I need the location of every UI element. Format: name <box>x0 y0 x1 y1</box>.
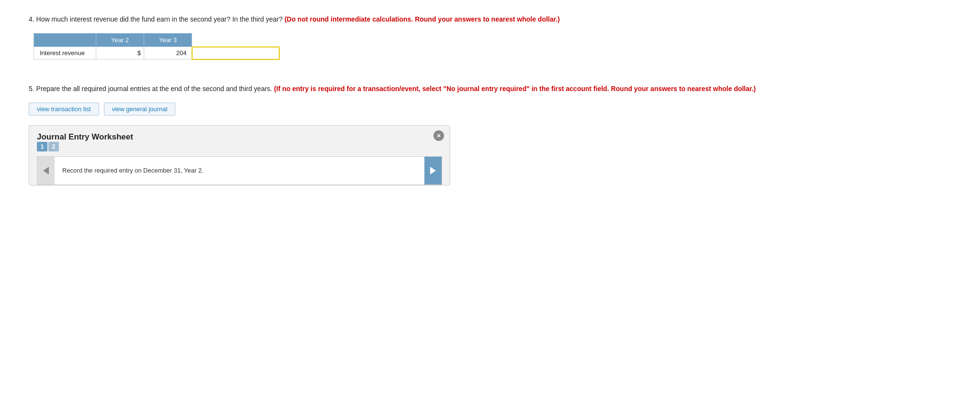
action-buttons-row: view transaction list view general journ… <box>29 103 951 116</box>
prev-nav-button[interactable] <box>37 157 55 185</box>
entry-row: Record the required entry on December 31… <box>37 156 442 185</box>
table-header-year2: Year 2 <box>96 34 144 47</box>
prev-arrow-icon <box>43 167 49 174</box>
interest-revenue-label: Interest revenue <box>34 47 96 59</box>
view-transaction-list-button[interactable]: view transaction list <box>29 103 99 116</box>
year3-input-cell[interactable] <box>192 47 279 59</box>
question-5-text: 5. Prepare the all required journal entr… <box>29 84 951 94</box>
year2-value-cell: 204 <box>144 47 192 59</box>
table-header-empty <box>34 34 96 47</box>
worksheet-title: Journal Entry Worksheet <box>37 132 133 141</box>
tab-1[interactable]: 1 <box>37 142 47 151</box>
question-5-body: Prepare the all required journal entries… <box>36 85 273 93</box>
question-4-number: 4. <box>29 15 34 23</box>
tab-2[interactable]: 2 <box>48 142 59 151</box>
next-arrow-icon <box>430 167 436 174</box>
tab-row: 1 2 <box>37 142 442 151</box>
question-5-warning: (If no entry is required for a transacti… <box>274 85 756 93</box>
table-row: Interest revenue $ 204 <box>34 47 279 59</box>
question-5-number: 5. <box>29 85 34 93</box>
dollar-sign-cell: $ <box>96 47 144 59</box>
interest-revenue-table: Year 2 Year 3 Interest revenue $ 204 <box>34 33 280 60</box>
question-4-block: 4. How much interest revenue did the fun… <box>29 14 951 60</box>
entry-description: Record the required entry on December 31… <box>55 157 424 185</box>
view-general-journal-button[interactable]: view general journal <box>104 103 176 116</box>
table-header-year3: Year 3 <box>144 34 192 47</box>
close-button[interactable]: × <box>433 130 444 141</box>
question-5-block: 5. Prepare the all required journal entr… <box>29 84 951 185</box>
question-4-text: 4. How much interest revenue did the fun… <box>29 14 951 24</box>
next-nav-button[interactable] <box>424 157 442 185</box>
question-4-warning: (Do not round intermediate calculations.… <box>285 15 560 23</box>
year3-input[interactable] <box>195 49 276 57</box>
journal-entry-worksheet: Journal Entry Worksheet × 1 2 Record the… <box>29 125 450 185</box>
question-4-body: How much interest revenue did the fund e… <box>36 15 283 23</box>
